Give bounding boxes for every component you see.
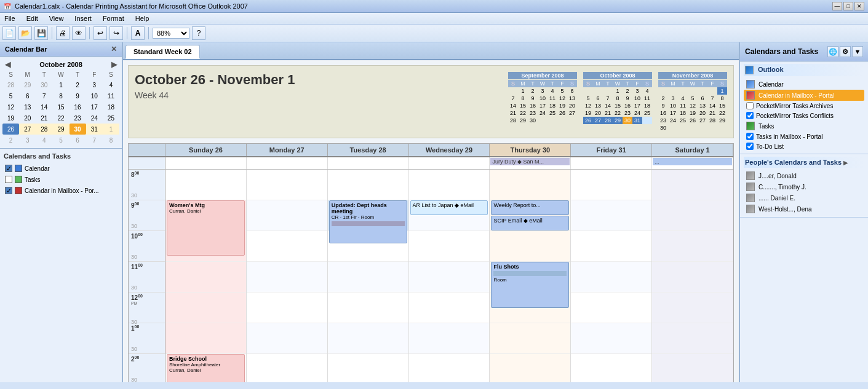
help-button[interactable]: ? <box>192 26 205 40</box>
mini-cal-day[interactable]: 16 <box>528 102 538 109</box>
mini-cal-day[interactable]: 9 <box>658 102 668 109</box>
mini-cal-day[interactable]: 26 <box>583 117 593 124</box>
mini-cal-day[interactable]: 14 <box>36 101 52 112</box>
right-item-timothy[interactable]: C......., Timothy J. <box>744 181 864 192</box>
mini-cal-day[interactable]: 1 <box>103 124 119 135</box>
mini-cal-day[interactable]: 21 <box>707 109 717 117</box>
event-flu-shots[interactable]: Flu Shots Room <box>491 262 569 308</box>
right-item-calendar-mailbox[interactable]: Calendar in Mailbox - Portal <box>744 90 864 101</box>
menu-view[interactable]: View <box>47 14 66 23</box>
mini-cal-day[interactable]: 23 <box>623 109 632 117</box>
mini-cal-day[interactable]: 28 <box>603 117 613 124</box>
mini-cal-day[interactable]: 5 <box>52 135 69 146</box>
mini-cal-day[interactable]: 16 <box>70 101 86 112</box>
menu-file[interactable]: File <box>2 14 17 23</box>
mini-cal-day[interactable]: 24 <box>632 109 642 117</box>
event-scip-email[interactable]: SCIP Email ◆ eMail <box>491 216 569 230</box>
prev-month-button[interactable]: ◀ <box>5 60 10 69</box>
next-month-button[interactable]: ▶ <box>111 60 117 69</box>
mini-cal-day[interactable]: 2 <box>528 87 538 95</box>
event-womens-mtg[interactable]: Women's Mtg Curran, Daniel <box>167 200 245 256</box>
mini-cal-day[interactable] <box>698 87 707 95</box>
mini-cal-day[interactable]: 27 <box>698 117 707 124</box>
event-weekly-report[interactable]: Weekly Report to... <box>491 200 569 215</box>
mini-cal-day[interactable]: 7 <box>36 90 52 101</box>
right-item-pocketmirror-archives[interactable]: PocketMirror Tasks Archives <box>744 101 864 111</box>
mini-cal-day[interactable]: 14 <box>603 102 613 109</box>
mini-cal-day[interactable]: 7 <box>86 135 103 146</box>
close-button[interactable]: ✕ <box>854 2 864 10</box>
mini-cal-day[interactable] <box>538 117 547 124</box>
mini-cal-day[interactable]: 8 <box>103 135 119 146</box>
mini-cal-day[interactable]: 18 <box>547 102 557 109</box>
mini-cal-day[interactable]: 17 <box>86 101 103 112</box>
calendar-item-calendar[interactable]: ✓ Calendar <box>4 163 118 173</box>
mini-cal-day[interactable] <box>717 124 727 132</box>
mini-cal-day[interactable]: 1 <box>717 87 727 95</box>
bold-button[interactable]: A <box>131 26 145 40</box>
mini-cal-day[interactable]: 14 <box>508 102 518 109</box>
right-item-donald[interactable]: J....er, Donald <box>744 170 864 181</box>
mini-cal-day[interactable]: 14 <box>707 102 717 109</box>
mini-cal-day[interactable]: 12 <box>2 101 19 112</box>
mini-cal-day[interactable] <box>668 87 678 95</box>
calendar-item-tasks[interactable]: Tasks <box>4 175 118 184</box>
mini-cal-day[interactable]: 6 <box>593 95 603 102</box>
mini-cal-day[interactable]: 24 <box>86 112 103 124</box>
event-bridge-school[interactable]: Bridge School Shoreline Amphitheater Cur… <box>167 354 245 382</box>
mini-cal-day[interactable] <box>678 87 688 95</box>
undo-button[interactable]: ↩ <box>94 26 107 40</box>
mini-cal-day[interactable]: 4 <box>642 87 652 95</box>
mini-cal-day[interactable]: 20 <box>567 102 577 109</box>
zoom-select[interactable]: 88% 75% 100% 125% <box>153 28 189 39</box>
mini-cal-day[interactable]: 16 <box>658 109 668 117</box>
mini-cal-day[interactable]: 26 <box>688 117 698 124</box>
mini-cal-day[interactable] <box>698 124 707 132</box>
mini-cal-day[interactable]: 22 <box>717 109 727 117</box>
tab-standard-week[interactable]: Standard Week 02 <box>125 45 200 59</box>
mini-cal-day[interactable]: 9 <box>70 90 86 101</box>
mini-cal-day[interactable]: 21 <box>508 109 518 117</box>
mini-cal-day[interactable]: 17 <box>632 102 642 109</box>
mini-cal-day[interactable]: 21 <box>36 112 52 124</box>
mini-cal-day[interactable]: 18 <box>642 102 652 109</box>
maximize-button[interactable]: □ <box>843 2 853 10</box>
right-item-pocketmirror-conflicts[interactable]: PocketMirror Tasks Conflicts <box>744 111 864 120</box>
mini-cal-day[interactable] <box>567 117 577 124</box>
tasks-mailbox-checkbox[interactable] <box>746 133 754 140</box>
mini-cal-day[interactable]: 28 <box>707 117 717 124</box>
mini-cal-day[interactable]: 9 <box>528 95 538 102</box>
mini-cal-day[interactable] <box>547 117 557 124</box>
menu-edit[interactable]: Edit <box>25 14 40 23</box>
mini-cal-day[interactable]: 8 <box>52 90 69 101</box>
mini-cal-day[interactable] <box>658 87 668 95</box>
mini-cal-day[interactable] <box>668 124 678 132</box>
mini-cal-day[interactable] <box>678 124 688 132</box>
mini-cal-day[interactable]: 4 <box>36 135 52 146</box>
mini-cal-day[interactable]: 5 <box>557 87 567 95</box>
all-day-event-sat[interactable]: ... <box>653 158 732 165</box>
mini-cal-day[interactable]: 29 <box>52 124 69 135</box>
right-panel-dropdown[interactable]: ▼ <box>852 46 863 57</box>
mini-cal-day[interactable]: 2 <box>623 87 632 95</box>
mini-cal-day[interactable]: 29 <box>613 117 623 124</box>
mini-cal-day[interactable]: 25 <box>547 109 557 117</box>
mini-cal-day[interactable] <box>688 124 698 132</box>
mini-cal-day[interactable]: 5 <box>583 95 593 102</box>
mini-cal-day[interactable]: 11 <box>642 95 652 102</box>
mini-cal-day[interactable]: 3 <box>538 87 547 95</box>
menu-format[interactable]: Format <box>101 14 126 23</box>
save-button[interactable]: 💾 <box>34 26 48 40</box>
pocketmirror-archives-checkbox[interactable] <box>746 102 754 109</box>
mini-cal-day[interactable]: 27 <box>19 124 36 135</box>
mini-cal-day[interactable]: 18 <box>678 109 688 117</box>
mini-cal-day[interactable]: 6 <box>19 90 36 101</box>
mini-cal-day[interactable]: 15 <box>52 101 69 112</box>
mini-cal-day[interactable]: 5 <box>2 90 19 101</box>
mini-cal-day[interactable]: 24 <box>668 117 678 124</box>
mini-cal-day[interactable]: 8 <box>613 95 623 102</box>
mini-cal-day[interactable] <box>583 87 593 95</box>
mini-cal-day[interactable]: 27 <box>593 117 603 124</box>
mini-cal-day[interactable]: 13 <box>567 95 577 102</box>
mini-cal-day[interactable]: 23 <box>70 112 86 124</box>
